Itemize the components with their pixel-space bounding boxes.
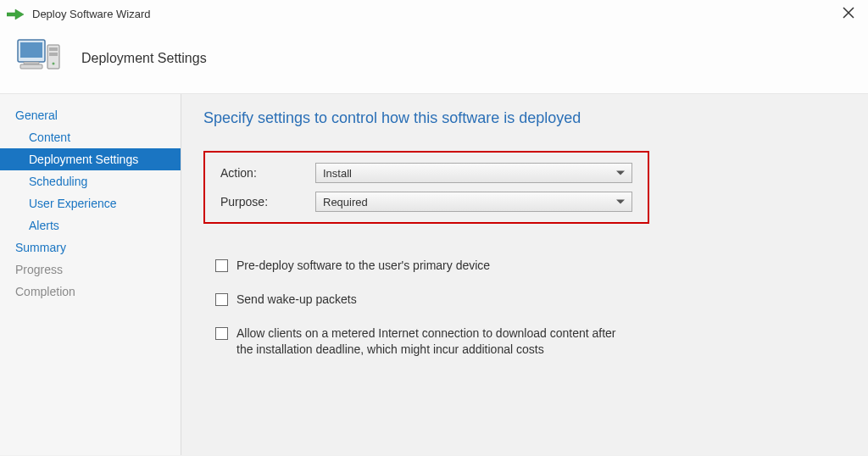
checkbox-predeploy-label: Pre-deploy software to the user's primar… [236,258,490,273]
sidebar-item-progress: Progress [0,259,181,281]
sidebar-item-user-experience[interactable]: User Experience [0,192,181,214]
action-row: Action: Install [220,163,632,183]
checkbox-predeploy[interactable] [215,259,228,272]
window-title: Deploy Software Wizard [32,8,837,20]
close-button[interactable] [837,5,860,23]
purpose-select-value: Required [323,196,368,209]
sidebar-item-scheduling[interactable]: Scheduling [0,170,181,192]
checkbox-row-wakeup: Send wake-up packets [215,292,846,307]
action-label: Action: [220,166,315,180]
svg-rect-5 [49,47,58,51]
wizard-arrow-icon [7,8,25,21]
purpose-label: Purpose: [220,195,315,209]
titlebar: Deploy Software Wizard [0,0,868,26]
sidebar-item-general[interactable]: General [0,104,181,126]
action-select[interactable]: Install [315,163,632,183]
wizard-body: General Content Deployment Settings Sche… [0,94,868,455]
checkbox-wakeup[interactable] [215,293,228,306]
checkbox-row-predeploy: Pre-deploy software to the user's primar… [215,258,846,273]
purpose-row: Purpose: Required [220,192,632,212]
sidebar-item-summary[interactable]: Summary [0,236,181,259]
wizard-header: Deployment Settings [0,26,868,94]
sidebar-item-deployment-settings[interactable]: Deployment Settings [0,148,181,170]
chevron-down-icon [616,171,625,175]
checkbox-row-metered: Allow clients on a metered Internet conn… [215,325,846,356]
section-title: Specify settings to control how this sof… [203,109,846,127]
highlight-box: Action: Install Purpose: Required [203,151,649,224]
sidebar-item-content[interactable]: Content [0,126,181,148]
svg-point-7 [53,63,55,65]
svg-rect-3 [20,64,42,69]
svg-rect-6 [49,53,58,56]
checkbox-metered-label: Allow clients on a metered Internet conn… [236,325,635,356]
svg-rect-2 [24,62,39,64]
computer-icon [15,35,63,81]
purpose-select[interactable]: Required [315,192,632,212]
chevron-down-icon [616,200,625,204]
svg-rect-1 [20,42,42,58]
page-heading: Deployment Settings [81,51,207,66]
sidebar-item-alerts[interactable]: Alerts [0,214,181,236]
checkbox-metered[interactable] [215,327,228,340]
wizard-sidebar: General Content Deployment Settings Sche… [0,94,181,455]
checkbox-wakeup-label: Send wake-up packets [236,292,357,307]
action-select-value: Install [323,167,352,180]
content-panel: Specify settings to control how this sof… [181,94,868,455]
sidebar-item-completion: Completion [0,281,181,303]
